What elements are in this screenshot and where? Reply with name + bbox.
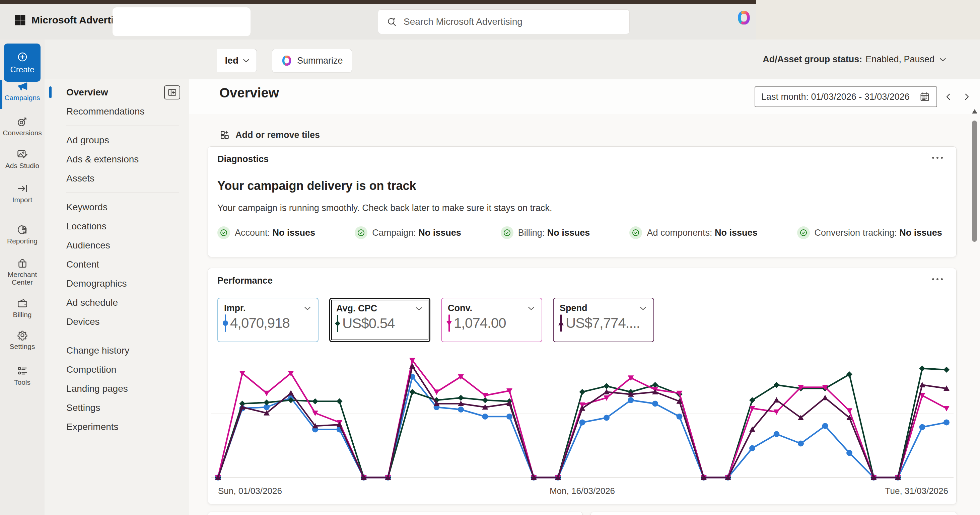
performance-title: Performance [217, 276, 273, 286]
diagnostic-check-conversion-tracking: Conversion tracking: No issues [797, 226, 942, 239]
summarize-button[interactable]: Summarize [272, 49, 352, 72]
rail-item-reporting[interactable]: Reporting [0, 224, 45, 245]
chevron-down-icon[interactable] [302, 304, 312, 313]
diagnostics-body: Your campaign is running smoothly. Check… [217, 203, 552, 213]
ad-asset-group-status-dropdown[interactable]: Ad/Asset group status: Enabled, Paused [763, 40, 948, 79]
left-rail: Create CampaignsConversionsAds StudioImp… [0, 40, 45, 515]
chevron-down-icon[interactable] [414, 304, 424, 314]
sidebar-item-experiments[interactable]: Experiments [45, 417, 189, 436]
search-placeholder: Search Microsoft Advertising [404, 16, 522, 27]
enabled-filter-dropdown-truncated[interactable]: led [217, 49, 257, 72]
settings-icon [16, 329, 29, 341]
sidebar-item-landing-pages[interactable]: Landing pages [45, 379, 189, 398]
rail-item-settings[interactable]: Settings [0, 329, 45, 350]
sidebar-item-recommendations[interactable]: Recommendations [45, 102, 189, 121]
sidebar-divider [66, 192, 179, 193]
billing-icon [16, 297, 29, 309]
overview-content: Add or remove tiles Diagnostics Your cam… [189, 114, 980, 515]
sidebar-item-change-history[interactable]: Change history [45, 341, 189, 360]
chevron-down-icon[interactable] [638, 304, 648, 313]
microsoft-advertising-app: Microsoft Advertising Search Microsoft A… [0, 0, 980, 515]
series-marker-icon [222, 313, 229, 333]
rail-divider [10, 356, 35, 356]
diagnostic-check-billing: Billing: No issues [501, 226, 590, 239]
sidebar-item-demographics[interactable]: Demographics [45, 274, 189, 293]
sidebar-item-devices[interactable]: Devices [45, 312, 189, 331]
sidebar-item-competition[interactable]: Competition [45, 360, 189, 379]
check-text: Campaign: No issues [372, 228, 461, 238]
x-axis-mid-label: Mon, 16/03/2026 [550, 486, 615, 496]
check-circle-icon [629, 226, 642, 239]
search-sparkle-icon [386, 16, 398, 27]
scroll-up-arrow[interactable] [972, 109, 977, 113]
check-text: Conversion tracking: No issues [815, 228, 942, 238]
copilot-icon[interactable] [736, 10, 752, 25]
check-text: Billing: No issues [518, 228, 590, 238]
metric-label: Conv. [448, 303, 472, 313]
sidebar-item-settings[interactable]: Settings [45, 398, 189, 417]
x-axis-end-label: Tue, 31/03/2026 [885, 486, 948, 496]
check-text: Ad components: No issues [647, 228, 757, 238]
metric-tile-spend[interactable]: Spend US$7,774.... [553, 298, 654, 342]
rail-item-label: Ads Studio [5, 162, 40, 169]
performance-more-options-button[interactable] [932, 278, 943, 280]
diagnostics-title: Diagnostics [217, 154, 269, 164]
rail-item-merchant-center[interactable]: Merchant Center [0, 257, 45, 286]
status-label: Ad/Asset group status: [763, 54, 862, 65]
sidebar-item-assets[interactable]: Assets [45, 169, 189, 188]
window-corner-area [756, 0, 980, 40]
rail-item-label: Settings [10, 343, 35, 350]
metric-tile-conv[interactable]: Conv. 1,074.00 [441, 298, 542, 342]
active-rail-indicator [0, 80, 2, 109]
sidebar-divider [66, 336, 179, 336]
rail-item-conversions[interactable]: Conversions [0, 116, 45, 137]
sidebar-item-ads-extensions[interactable]: Ads & extensions [45, 150, 189, 169]
metric-tile-avg-cpc[interactable]: Avg. CPC US$0.54 [329, 298, 430, 342]
rail-item-label: Conversions [3, 129, 42, 137]
chevron-right-icon [962, 91, 972, 102]
tools-icon [16, 365, 29, 377]
account-selector-redacted[interactable] [113, 7, 251, 36]
chevron-down-icon[interactable] [526, 304, 536, 313]
rail-item-label: Reporting [7, 237, 38, 245]
scrollbar-thumb[interactable] [972, 121, 977, 242]
x-axis-start-label: Sun, 01/03/2026 [218, 486, 282, 496]
sidebar-item-content[interactable]: Content [45, 255, 189, 274]
page-header: Overview Last month: 01/03/2026 - 31/03/… [189, 79, 980, 114]
rail-item-billing[interactable]: Billing [0, 297, 45, 318]
diagnostics-more-options-button[interactable] [932, 157, 943, 159]
diagnostic-check-campaign: Campaign: No issues [355, 226, 461, 239]
rail-item-import[interactable]: Import [0, 183, 45, 203]
sidebar-item-ad-schedule[interactable]: Ad schedule [45, 293, 189, 312]
window-top-strip [0, 0, 756, 4]
vertical-scrollbar[interactable] [970, 106, 978, 515]
import-icon [16, 183, 29, 194]
next-tile-partial-left [208, 512, 583, 515]
grid-add-icon [220, 130, 230, 140]
sidebar-item-keywords[interactable]: Keywords [45, 197, 189, 217]
performance-line-chart [208, 348, 957, 485]
collapse-sidebar-button[interactable] [164, 85, 180, 99]
conversions-icon [16, 116, 29, 127]
sidebar-item-audiences[interactable]: Audiences [45, 236, 189, 255]
campaigns-icon [16, 80, 29, 92]
sidebar-item-ad-groups[interactable]: Ad groups [45, 130, 189, 150]
metric-value: 1,074.00 [454, 315, 506, 331]
metric-value: 4,070,918 [230, 315, 290, 331]
date-range-picker[interactable]: Last month: 01/03/2026 - 31/03/2026 [755, 86, 937, 107]
sidebar-item-locations[interactable]: Locations [45, 217, 189, 236]
metric-tile-impr[interactable]: Impr. 4,070,918 [217, 298, 318, 342]
series-marker-icon [558, 313, 564, 333]
rail-item-tools[interactable]: Tools [0, 365, 45, 386]
add-remove-tiles-button[interactable]: Add or remove tiles [220, 130, 320, 140]
next-period-button[interactable] [959, 89, 974, 104]
collapse-panel-icon [167, 87, 177, 97]
metric-value: US$7,774.... [566, 315, 640, 331]
previous-period-button[interactable] [942, 89, 956, 104]
check-circle-icon [797, 226, 810, 239]
next-tile-partial-right [590, 512, 957, 515]
rail-item-ads-studio[interactable]: Ads Studio [0, 148, 45, 169]
create-button[interactable]: Create [4, 43, 41, 82]
search-input[interactable]: Search Microsoft Advertising [378, 10, 630, 34]
rail-item-campaigns[interactable]: Campaigns [0, 80, 45, 102]
